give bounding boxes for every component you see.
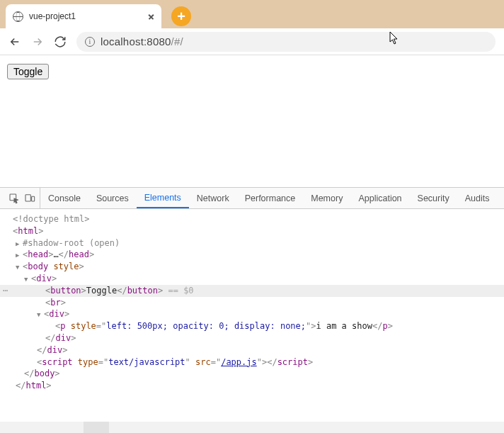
devtools-bottom-strip xyxy=(0,422,504,433)
toggle-button[interactable]: Toggle xyxy=(7,64,49,79)
dom-gutter-dots: ⋯ xyxy=(0,285,8,297)
dom-div-close-1[interactable]: </div> xyxy=(0,344,504,356)
elements-dom-tree[interactable]: <!doctype html> <html> ▶#shadow-root (op… xyxy=(0,209,504,396)
dom-body-open[interactable]: ▼<body style> xyxy=(0,261,504,273)
url-text: localhost:8080/#/ xyxy=(101,35,183,47)
devtools-tabs: ConsoleSourcesElementsNetworkPerformance… xyxy=(0,188,504,209)
dom-doctype: <!doctype html> xyxy=(0,213,504,225)
devtools-bottom-chip xyxy=(84,422,109,433)
dom-div-open-1[interactable]: ▼<div> xyxy=(0,273,504,285)
dom-script[interactable]: <script type="text/javascript" src="/app… xyxy=(0,356,504,369)
dom-html-close[interactable]: </html> xyxy=(0,380,504,392)
site-info-icon[interactable]: i xyxy=(85,37,95,47)
browser-tab[interactable]: vue-project1 xyxy=(6,4,161,28)
devtools-tab-memory[interactable]: Memory xyxy=(303,188,350,208)
dom-p[interactable]: <p style="left: 500px; opacity: 0; displ… xyxy=(0,320,504,332)
device-toolbar-icon[interactable] xyxy=(24,193,35,204)
close-tab-icon[interactable] xyxy=(148,13,154,20)
devtools-tab-performance[interactable]: Performance xyxy=(237,188,304,208)
svg-rect-1 xyxy=(25,194,30,201)
page-viewport: Toggle xyxy=(0,55,504,183)
devtools-tab-application[interactable]: Application xyxy=(350,188,409,208)
devtools-tab-sources[interactable]: Sources xyxy=(88,188,137,208)
browser-tab-strip: vue-project1 + xyxy=(0,0,504,28)
browser-toolbar: i localhost:8080/#/ xyxy=(0,28,504,55)
svg-rect-2 xyxy=(32,196,35,201)
reload-button[interactable] xyxy=(54,35,67,48)
url-host: localhost:8080 xyxy=(101,35,171,47)
dom-html-open: <html> xyxy=(0,225,504,237)
devtools-panel: ConsoleSourcesElementsNetworkPerformance… xyxy=(0,187,504,433)
dom-body-close[interactable]: </body> xyxy=(0,368,504,380)
devtools-tab-audits[interactable]: Audits xyxy=(457,188,498,208)
globe-icon xyxy=(13,11,23,22)
forward-button[interactable] xyxy=(31,35,44,48)
address-bar[interactable]: i localhost:8080/#/ xyxy=(76,32,496,52)
devtools-tab-security[interactable]: Security xyxy=(410,188,457,208)
dom-selected-button[interactable]: ⋯<button>Toggle</button> == $0 xyxy=(0,285,504,297)
devtools-tab-console[interactable]: Console xyxy=(40,188,88,208)
devtools-tab-network[interactable]: Network xyxy=(189,188,237,208)
inspect-element-icon[interactable] xyxy=(8,193,20,204)
dom-shadow-root[interactable]: ▶#shadow-root (open) xyxy=(0,237,504,249)
dom-br[interactable]: <br> xyxy=(0,297,504,309)
dom-div-open-2[interactable]: ▼<div> xyxy=(0,308,504,320)
new-tab-button[interactable]: + xyxy=(171,6,191,26)
url-path: /#/ xyxy=(171,35,183,47)
tab-title: vue-project1 xyxy=(29,11,142,21)
devtools-tab-elements[interactable]: Elements xyxy=(137,188,189,208)
back-button[interactable] xyxy=(8,35,21,48)
dom-head[interactable]: ▶<head>…</head> xyxy=(0,249,504,261)
dom-div-close-2[interactable]: </div> xyxy=(0,332,504,344)
